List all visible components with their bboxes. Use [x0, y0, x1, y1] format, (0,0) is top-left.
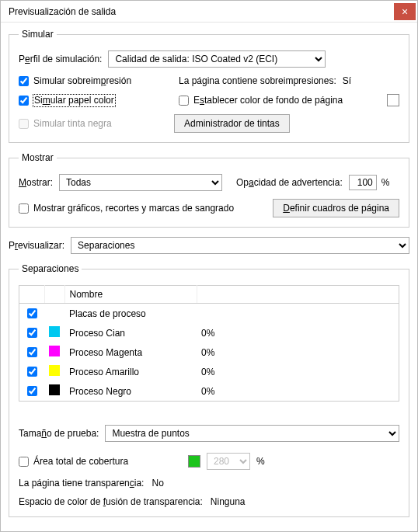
show-select[interactable]: Todas [59, 174, 222, 191]
show-graphics-input[interactable] [19, 203, 29, 214]
separation-percent [197, 304, 399, 324]
separation-color-chip [49, 326, 60, 337]
simulate-black-ink-input [19, 119, 29, 129]
sample-size-label: Tamaño de prueba: [19, 428, 99, 439]
warning-opacity-input[interactable] [349, 175, 377, 190]
coverage-value-select: 280 [207, 453, 250, 470]
show-graphics-checkbox[interactable]: Mostrar gráficos, recortes y marcas de s… [19, 203, 234, 214]
simulate-paper-color-label: Simular papel color [33, 95, 115, 106]
set-bg-color-input[interactable] [179, 96, 189, 106]
separation-percent: 0% [197, 323, 399, 342]
separation-checkbox[interactable] [27, 347, 37, 357]
simulate-overprint-label: Simular sobreimpresión [33, 75, 131, 86]
simulate-group: Simular Perfil de simulación: Calidad de… [9, 29, 409, 143]
table-row: Proceso Cian0% [19, 323, 399, 342]
close-button[interactable]: × [394, 3, 416, 20]
blend-space-value: Ninguna [211, 496, 246, 507]
separation-name: Placas de proceso [64, 304, 197, 324]
table-row: Proceso Magenta0% [19, 342, 399, 362]
separations-group: Separaciones Nombre Placas de procesoPro… [9, 263, 409, 517]
page-overprint-label: La página contiene sobreimpresiones: [179, 75, 336, 86]
table-row: Placas de proceso [19, 304, 399, 324]
simulate-overprint-checkbox[interactable]: Simular sobreimpresión [19, 75, 174, 86]
set-bg-color-checkbox[interactable]: Establecer color de fondo de página [179, 95, 343, 106]
separation-checkbox[interactable] [27, 308, 37, 318]
bg-color-swatch[interactable] [387, 94, 399, 106]
separation-name: Proceso Cian [64, 323, 197, 342]
total-area-coverage-input[interactable] [19, 457, 29, 467]
simulation-profile-label: Perfil de simulación: [19, 54, 102, 64]
show-group: Mostrar Mostrar: Todas Opacidad de adver… [9, 152, 409, 228]
warning-opacity-label: Opacidad de advertencia: [236, 177, 343, 188]
separation-percent: 0% [197, 381, 399, 402]
table-row: Proceso Amarillo0% [19, 362, 399, 381]
set-bg-color-label: Establecer color de fondo de página [193, 95, 343, 106]
show-graphics-label: Mostrar gráficos, recortes y marcas de s… [33, 203, 234, 214]
page-overprint-value: Sí [343, 75, 351, 86]
simulation-profile-select[interactable]: Calidad de salida: ISO Coated v2 (ECI) [108, 50, 326, 68]
separation-name: Proceso Amarillo [64, 362, 197, 381]
simulate-overprint-input[interactable] [19, 76, 29, 86]
total-area-coverage-label: Área total de cobertura [33, 456, 128, 467]
simulate-legend: Simular [19, 29, 57, 40]
window-title: Previsualización de salida [9, 6, 394, 17]
warning-opacity-unit: % [381, 177, 390, 188]
col-name: Nombre [64, 286, 197, 304]
separation-name: Proceso Negro [64, 381, 197, 402]
separation-checkbox[interactable] [27, 386, 37, 396]
simulate-black-ink-checkbox: Simular tinta negra [19, 118, 174, 129]
page-has-transparency-value: No [152, 478, 163, 489]
show-legend: Mostrar [19, 152, 57, 163]
ink-manager-button[interactable]: Administrador de tintas [174, 114, 290, 133]
coverage-unit: % [256, 456, 265, 467]
separation-color-chip [49, 384, 60, 395]
sample-size-select[interactable]: Muestra de puntos [105, 425, 399, 442]
blend-space-label: Espacio de color de fusión de transparen… [19, 496, 203, 507]
preview-select[interactable]: Separaciones [71, 237, 409, 254]
separation-checkbox[interactable] [27, 328, 37, 338]
separations-table: Nombre Placas de procesoProceso Cian0%Pr… [19, 285, 399, 402]
simulate-paper-color-checkbox[interactable]: Simular papel color [19, 95, 174, 106]
coverage-color-swatch[interactable] [188, 455, 200, 468]
show-label: Mostrar: [19, 177, 53, 188]
total-area-coverage-checkbox[interactable]: Área total de cobertura [19, 456, 174, 467]
page-has-transparency-label: La página tiene transparencia: [19, 478, 144, 489]
separations-legend: Separaciones [19, 263, 82, 274]
define-page-boxes-button[interactable]: Definir cuadros de página [273, 199, 399, 217]
table-row: Proceso Negro0% [19, 381, 399, 402]
simulate-paper-color-input[interactable] [19, 96, 29, 106]
col-color [44, 286, 64, 304]
separation-percent: 0% [197, 342, 399, 362]
simulate-black-ink-label: Simular tinta negra [33, 118, 112, 129]
separation-color-chip [49, 346, 60, 356]
preview-label: Previsualizar: [9, 240, 64, 251]
separation-name: Proceso Magenta [64, 342, 197, 362]
separation-checkbox[interactable] [27, 367, 37, 377]
col-pct [197, 286, 399, 304]
separation-color-chip [49, 365, 60, 376]
separation-percent: 0% [197, 362, 399, 381]
col-check [19, 286, 45, 304]
